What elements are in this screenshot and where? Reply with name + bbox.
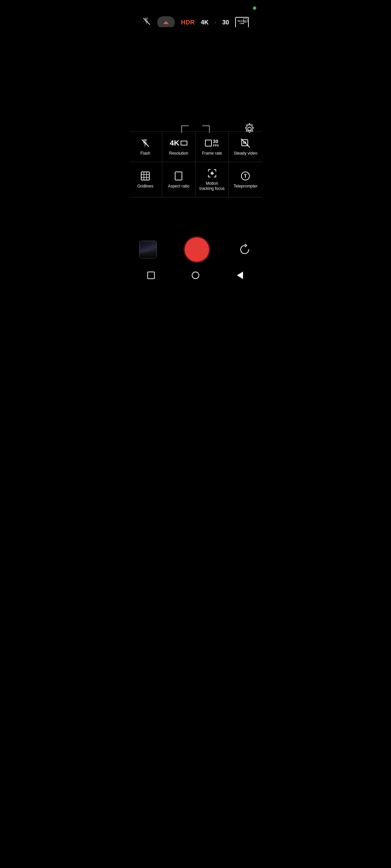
resolution-label: Resolution bbox=[169, 151, 188, 156]
steadyvideo-icon bbox=[240, 138, 250, 148]
gridlines-control[interactable]: Gridlines bbox=[129, 162, 162, 197]
svg-point-2 bbox=[248, 127, 251, 131]
aspectratio-control[interactable]: Aspect ratio bbox=[162, 162, 196, 197]
dot-separator: · bbox=[215, 20, 216, 25]
nav-bar bbox=[129, 264, 262, 289]
aspectratio-icon bbox=[174, 171, 183, 181]
controls-grid: Flash 4K Resolution 30 FPS Frame rate bbox=[129, 132, 262, 197]
steadyvideo-label: Steady video bbox=[234, 151, 257, 156]
record-button[interactable] bbox=[185, 237, 209, 262]
gallery-thumb-image bbox=[139, 241, 156, 258]
chevron-up-icon bbox=[163, 21, 169, 24]
svg-marker-1 bbox=[245, 123, 254, 133]
flip-camera-button[interactable] bbox=[237, 242, 252, 257]
circle-icon bbox=[192, 272, 199, 279]
gridlines-label: Gridlines bbox=[137, 184, 153, 189]
viewfinder bbox=[129, 27, 262, 143]
motiontracking-control[interactable]: Motion tracking focus bbox=[196, 162, 229, 197]
bottom-controls bbox=[129, 237, 262, 262]
flash-label: Flash bbox=[140, 151, 150, 156]
city-image bbox=[139, 251, 156, 258]
steadyvideo-control[interactable]: Steady video bbox=[229, 132, 262, 162]
flash-control[interactable]: Flash bbox=[129, 132, 162, 162]
framerate-icon: 30 FPS bbox=[205, 138, 219, 148]
recent-apps-button[interactable] bbox=[144, 269, 158, 282]
motiontracking-label: Motion tracking focus bbox=[200, 181, 225, 192]
expand-button[interactable] bbox=[157, 16, 175, 28]
status-bar bbox=[129, 0, 262, 14]
teleprompter-label: Teleprompter bbox=[234, 184, 257, 189]
home-button[interactable] bbox=[189, 269, 202, 282]
aspectratio-label: Aspect ratio bbox=[168, 184, 189, 189]
master-cine-text: MASTERCINE bbox=[238, 20, 246, 24]
svg-text:T: T bbox=[244, 173, 247, 179]
status-dot bbox=[253, 6, 256, 10]
motiontracking-icon bbox=[207, 168, 217, 178]
gridlines-icon bbox=[141, 171, 150, 181]
gallery-thumbnail[interactable] bbox=[139, 241, 157, 258]
framerate-control[interactable]: 30 FPS Frame rate bbox=[196, 132, 229, 162]
teleprompter-control[interactable]: T Teleprompter bbox=[229, 162, 262, 197]
flash-icon bbox=[141, 138, 150, 148]
svg-rect-7 bbox=[141, 172, 149, 180]
square-icon bbox=[147, 272, 155, 279]
fps-label[interactable]: 30 bbox=[222, 19, 229, 26]
back-button[interactable] bbox=[233, 269, 247, 282]
teleprompter-icon: T bbox=[240, 171, 250, 181]
master-cine-icon[interactable]: MASTERCINE bbox=[235, 17, 249, 28]
hdr-label[interactable]: HDR bbox=[181, 19, 195, 26]
framerate-label: Frame rate bbox=[202, 151, 222, 156]
resolution-control[interactable]: 4K Resolution bbox=[162, 132, 196, 162]
resolution-icon: 4K bbox=[170, 138, 187, 148]
back-icon bbox=[237, 272, 243, 279]
flash-off-icon[interactable] bbox=[142, 17, 151, 28]
resolution-label[interactable]: 4K bbox=[201, 19, 209, 26]
svg-rect-12 bbox=[175, 172, 182, 180]
